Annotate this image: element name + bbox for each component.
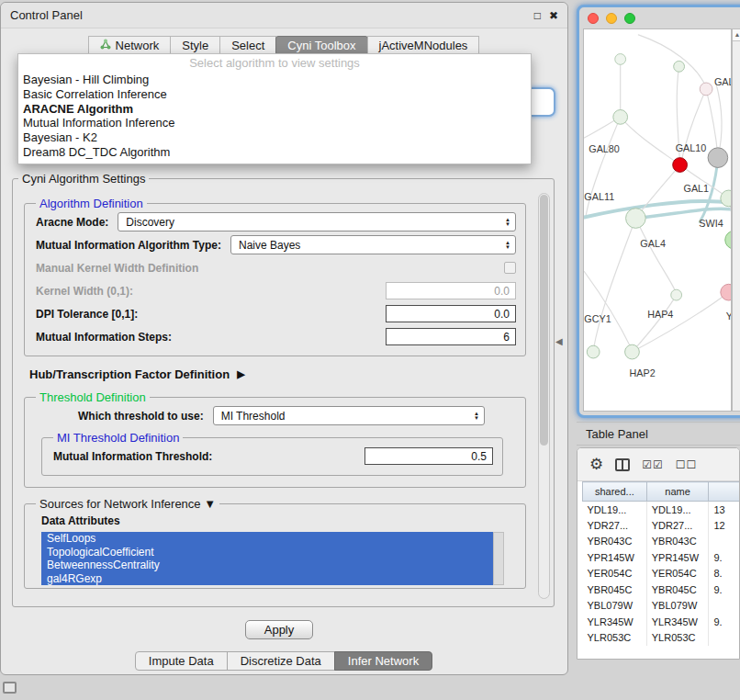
network-edge[interactable] — [638, 35, 706, 87]
deselect-all-checkboxes-icon[interactable]: ☐☐ — [676, 458, 698, 471]
attribute-item[interactable]: BetweennessCentrality — [41, 559, 493, 572]
collapse-panel-icon[interactable]: ◀ — [555, 336, 563, 346]
select-all-checkboxes-icon[interactable]: ☑☑ — [642, 458, 664, 471]
hub-section-toggle[interactable]: Hub/Transcription Factor Definition ▶ — [29, 367, 526, 381]
close-traffic-light-icon[interactable] — [588, 13, 599, 24]
bottom-tab-impute-data[interactable]: Impute Data — [135, 651, 228, 671]
panel-title: Control Panel — [10, 8, 83, 22]
which-threshold-label: Which threshold to use: — [78, 410, 204, 423]
table-row[interactable]: YLR345WYLR345W9. — [583, 614, 740, 630]
network-node[interactable] — [721, 190, 731, 207]
network-node[interactable] — [625, 344, 640, 359]
minimized-panel-icon[interactable] — [3, 682, 17, 694]
tab-jactivemnodules[interactable]: jActiveMNodules — [367, 36, 480, 55]
manual-kernel-label: Manual Kernel Width Definition — [36, 262, 198, 275]
control-panel-tabs: NetworkStyleSelectCyni ToolboxjActiveMNo… — [1, 36, 567, 55]
network-edge[interactable] — [632, 292, 728, 352]
network-node[interactable] — [626, 209, 646, 229]
table-row[interactable]: YDR27...YDR27...12 — [583, 517, 740, 534]
attribute-item[interactable]: gal4RGexp — [41, 572, 493, 586]
table-row[interactable]: YDL19...YDL19...13 — [583, 502, 740, 518]
column-header[interactable]: shared... — [583, 482, 647, 502]
network-edge[interactable] — [593, 219, 635, 351]
network-node[interactable] — [615, 54, 626, 65]
network-edge[interactable] — [635, 209, 730, 218]
network-window-titlebar[interactable] — [579, 7, 740, 28]
gear-icon[interactable]: ⚙ — [589, 455, 603, 474]
aracne-mode-select[interactable]: Discovery ▲ ▼ — [118, 212, 516, 231]
table-header-row: shared...name — [583, 482, 740, 502]
table-row[interactable]: YER054CYER054C8. — [583, 566, 740, 582]
network-edge[interactable] — [706, 89, 718, 156]
algorithm-combobox-fragment[interactable] — [530, 87, 555, 117]
mi-threshold-input[interactable] — [364, 447, 493, 465]
columns-icon[interactable] — [615, 458, 630, 471]
network-edge[interactable] — [584, 272, 632, 351]
bottom-tab-infer-network[interactable]: Infer Network — [334, 651, 432, 671]
network-edge[interactable] — [635, 165, 679, 219]
minimize-traffic-light-icon[interactable] — [606, 13, 617, 24]
sources-group: Sources for Network Inference ▼ Data Att… — [24, 497, 526, 589]
mi-type-select[interactable]: Naive Bayes ▲ ▼ — [230, 235, 516, 254]
network-node[interactable] — [708, 148, 728, 168]
tab-style[interactable]: Style — [170, 36, 220, 55]
algorithm-dropdown-popup: Select algorithm to view settings Bayesi… — [17, 53, 532, 164]
network-node[interactable] — [725, 231, 731, 249]
column-header[interactable] — [709, 482, 740, 502]
node-label: SWI4 — [699, 218, 723, 229]
scroll-up-icon[interactable]: ▲ — [733, 29, 740, 41]
tab-network[interactable]: Network — [88, 36, 172, 55]
table-row[interactable]: YBR043CYBR043C — [583, 534, 740, 550]
table-row[interactable]: YPR145WYPR145W9. — [583, 549, 740, 566]
network-edge[interactable] — [621, 117, 680, 164]
network-node[interactable] — [587, 345, 600, 358]
network-edge[interactable] — [635, 219, 676, 294]
tab-cyni-toolbox[interactable]: Cyni Toolbox — [275, 36, 367, 55]
algorithm-option[interactable]: Mutual Information Inference — [18, 116, 531, 130]
which-threshold-select[interactable]: MI Threshold ▲ ▼ — [213, 406, 485, 425]
close-window-icon[interactable]: ✖ — [549, 9, 558, 22]
manual-kernel-checkbox[interactable] — [504, 262, 516, 274]
mi-threshold-group-title: MI Threshold Definition — [53, 431, 183, 445]
node-label: GAL4 — [640, 238, 666, 249]
float-window-icon[interactable]: □ — [534, 9, 541, 22]
aracne-mode-row: Aracne Mode: Discovery ▲ ▼ — [36, 210, 516, 233]
settings-scrollbar[interactable] — [538, 193, 550, 599]
node-label: HAP4 — [647, 309, 673, 320]
algorithm-option[interactable]: Basic Correlation Inference — [18, 87, 531, 102]
algorithm-option[interactable]: Bayesian - K2 — [18, 130, 531, 145]
which-threshold-row: Which threshold to use: MI Threshold ▲ ▼ — [36, 404, 516, 427]
kernel-width-input[interactable] — [386, 282, 516, 299]
dpi-tolerance-input[interactable] — [386, 305, 516, 322]
table-row[interactable]: YBR045CYBR045C9. — [583, 581, 740, 598]
algorithm-option[interactable]: Dream8 DC_TDC Algorithm — [18, 145, 531, 160]
threshold-definition-title: Threshold Definition — [36, 390, 150, 404]
network-canvas[interactable]: GALGAL80GAL10GAL11GAL1SWI4GAL4GCY1HAP4YH… — [583, 28, 732, 412]
table-row[interactable]: YBL079WYBL079W — [583, 598, 740, 615]
node-label: GAL11 — [584, 191, 614, 202]
table-row[interactable]: YLR053CYLR053C — [583, 630, 740, 647]
network-node[interactable] — [673, 158, 688, 173]
column-header[interactable]: name — [646, 482, 709, 502]
mi-type-label: Mutual Information Algorithm Type: — [36, 239, 221, 252]
attributes-scrollbar[interactable] — [493, 532, 504, 585]
bottom-tab-discretize-data[interactable]: Discretize Data — [227, 651, 335, 671]
attribute-item[interactable]: TopologicalCoefficient — [41, 546, 493, 559]
network-edge[interactable] — [632, 295, 676, 352]
network-node[interactable] — [671, 289, 682, 300]
algorithm-option[interactable]: ARACNE Algorithm — [18, 102, 531, 117]
network-scrollbar[interactable]: ▲ — [732, 28, 740, 412]
apply-button[interactable]: Apply — [245, 620, 313, 639]
sources-group-title[interactable]: Sources for Network Inference ▼ — [36, 497, 219, 511]
tab-select[interactable]: Select — [219, 36, 276, 55]
attribute-item[interactable]: SelfLoops — [41, 532, 493, 546]
network-node[interactable] — [613, 110, 628, 125]
zoom-traffic-light-icon[interactable] — [624, 13, 635, 24]
network-node[interactable] — [700, 83, 712, 96]
scrollbar-thumb[interactable] — [540, 195, 548, 446]
algorithm-option[interactable]: Bayesian - Hill Climbing — [18, 73, 531, 87]
network-node[interactable] — [674, 61, 685, 72]
tab-label: Select — [231, 39, 264, 52]
mi-steps-input[interactable] — [386, 328, 516, 345]
network-node[interactable] — [721, 284, 731, 300]
